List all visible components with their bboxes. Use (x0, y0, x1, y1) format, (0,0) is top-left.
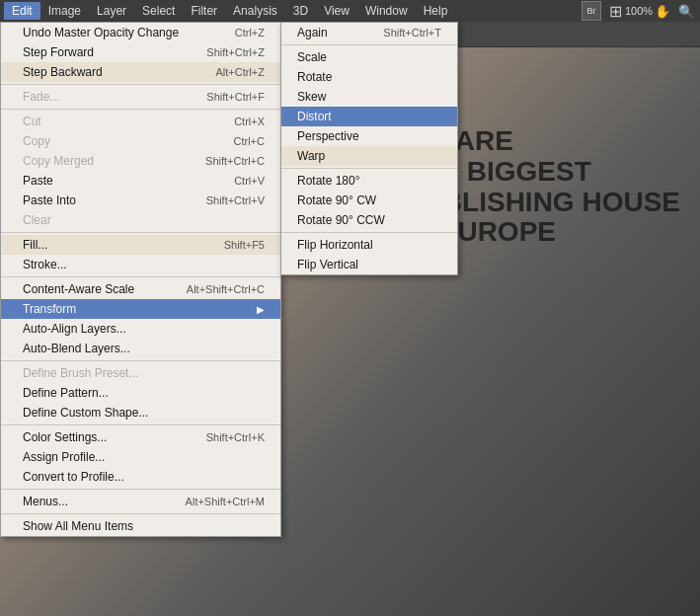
menu-item-auto-blend-layers[interactable]: Auto-Blend Layers... (1, 339, 280, 358)
separator-4 (1, 276, 280, 277)
submenu-item-scale[interactable]: Scale (281, 47, 457, 67)
menu-item-step-backward[interactable]: Step Backward Alt+Ctrl+Z (1, 62, 280, 82)
submenu-separator-3 (281, 232, 457, 233)
submenu-arrow-icon: ▶ (257, 304, 265, 315)
menu-item-stroke[interactable]: Stroke... (1, 255, 280, 274)
menubar-item-filter[interactable]: Filter (183, 2, 225, 20)
submenu-item-warp[interactable]: Warp (281, 146, 457, 166)
menu-item-convert-to-profile[interactable]: Convert to Profile... (1, 467, 280, 487)
hand-tool-icon[interactable]: ✋ (653, 1, 672, 21)
menu-item-auto-align-layers[interactable]: Auto-Align Layers... (1, 319, 280, 339)
menu-item-paste-into[interactable]: Paste Into Shift+Ctrl+V (1, 191, 280, 210)
menu-item-cut[interactable]: Cut Ctrl+X (1, 112, 280, 131)
screen-mode-icon[interactable]: ⊞ (605, 1, 625, 21)
menu-item-copy[interactable]: Copy Ctrl+C (1, 131, 280, 151)
submenu-item-flip-vertical[interactable]: Flip Vertical (281, 255, 457, 274)
submenu-separator-2 (281, 168, 457, 169)
separator-1 (1, 84, 280, 85)
separator-8 (1, 513, 280, 514)
menu-item-paste[interactable]: Paste Ctrl+V (1, 171, 280, 191)
menu-item-fade[interactable]: Fade... Shift+Ctrl+F (1, 87, 280, 107)
menubar-item-view[interactable]: View (316, 2, 357, 20)
separator-2 (1, 109, 280, 110)
submenu-item-rotate-90-ccw[interactable]: Rotate 90° CCW (281, 210, 457, 230)
transform-submenu: Again Shift+Ctrl+T Scale Rotate Skew Dis… (280, 22, 458, 275)
menu-item-define-pattern[interactable]: Define Pattern... (1, 383, 280, 403)
separator-6 (1, 424, 280, 425)
submenu-item-distort[interactable]: Distort (281, 107, 457, 126)
menu-item-undo[interactable]: Undo Master Opacity Change Ctrl+Z (1, 23, 280, 42)
zoom-level[interactable]: 100% (629, 1, 649, 21)
menu-item-menus[interactable]: Menus... Alt+Shift+Ctrl+M (1, 492, 280, 511)
zoom-tool-icon[interactable]: 🔍 (676, 1, 696, 21)
menu-item-define-brush-preset[interactable]: Define Brush Preset... (1, 363, 280, 383)
menu-item-clear[interactable]: Clear (1, 210, 280, 230)
menubar-item-window[interactable]: Window (357, 2, 416, 20)
menu-item-assign-profile[interactable]: Assign Profile... (1, 447, 280, 467)
menu-item-show-all[interactable]: Show All Menu Items (1, 516, 280, 536)
submenu-item-perspective[interactable]: Perspective (281, 126, 457, 146)
menubar-right: Br ⊞ 100% ✋ 🔍 (582, 1, 696, 21)
menu-item-step-forward[interactable]: Step Forward Shift+Ctrl+Z (1, 42, 280, 62)
submenu-item-rotate-90-cw[interactable]: Rotate 90° CW (281, 191, 457, 210)
menubar-item-select[interactable]: Select (134, 2, 183, 20)
menu-item-copy-merged[interactable]: Copy Merged Shift+Ctrl+C (1, 151, 280, 171)
edit-dropdown-menu: Undo Master Opacity Change Ctrl+Z Step F… (0, 22, 281, 537)
menubar-item-help[interactable]: Help (416, 2, 456, 20)
submenu-item-rotate[interactable]: Rotate (281, 67, 457, 87)
menu-item-content-aware-scale[interactable]: Content-Aware Scale Alt+Shift+Ctrl+C (1, 279, 280, 299)
menubar-item-image[interactable]: Image (40, 2, 89, 20)
separator-7 (1, 489, 280, 490)
submenu-separator-1 (281, 44, 457, 45)
submenu-item-flip-horizontal[interactable]: Flip Horizontal (281, 235, 457, 255)
separator-5 (1, 360, 280, 361)
submenu-item-again[interactable]: Again Shift+Ctrl+T (281, 23, 457, 42)
menubar-item-layer[interactable]: Layer (89, 2, 134, 20)
menu-item-fill[interactable]: Fill... Shift+F5 (1, 235, 280, 255)
menubar: Edit Image Layer Select Filter Analysis … (0, 0, 700, 22)
menubar-item-analysis[interactable]: Analysis (225, 2, 285, 20)
menu-item-transform[interactable]: Transform ▶ (1, 299, 280, 319)
submenu-item-rotate-180[interactable]: Rotate 180° (281, 171, 457, 191)
menubar-item-3d[interactable]: 3D (285, 2, 316, 20)
menu-item-color-settings[interactable]: Color Settings... Shift+Ctrl+K (1, 427, 280, 447)
menubar-item-edit[interactable]: Edit (4, 2, 40, 20)
menu-item-define-custom-shape[interactable]: Define Custom Shape... (1, 403, 280, 423)
separator-3 (1, 232, 280, 233)
bridge-icon[interactable]: Br (582, 1, 601, 21)
submenu-item-skew[interactable]: Skew (281, 87, 457, 107)
